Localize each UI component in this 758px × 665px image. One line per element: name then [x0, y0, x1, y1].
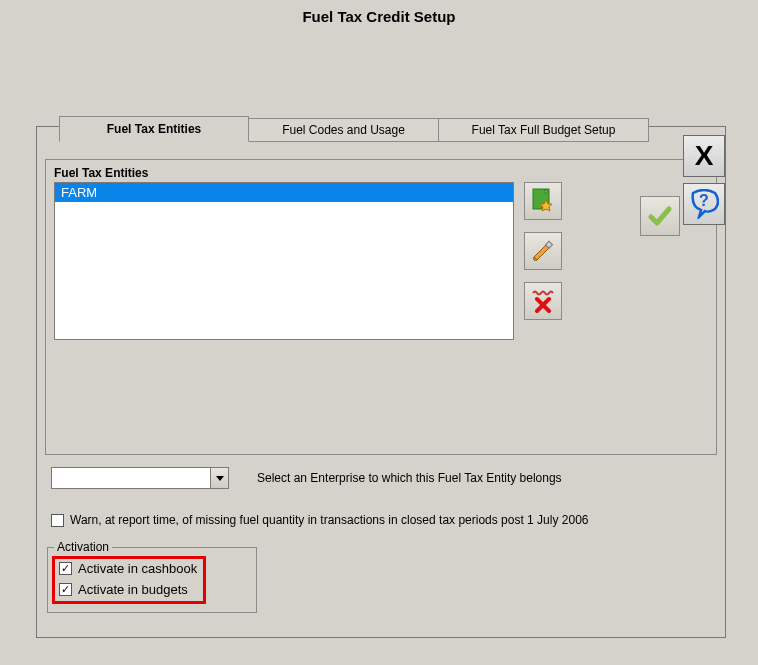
combobox-dropdown-btn[interactable] [210, 468, 228, 488]
delete-entity-button[interactable] [524, 282, 562, 320]
add-entity-button[interactable] [524, 182, 562, 220]
main-panel: Fuel Tax Entities Fuel Codes and Usage F… [36, 126, 726, 638]
add-page-icon [532, 188, 554, 214]
svg-text:?: ? [699, 192, 709, 209]
list-item[interactable]: FARM [55, 183, 513, 202]
enterprise-hint: Select an Enterprise to which this Fuel … [257, 471, 562, 485]
tab-label: Fuel Codes and Usage [282, 123, 405, 137]
enterprise-combobox[interactable] [51, 467, 229, 489]
entities-panel: Fuel Tax Entities FARM [45, 159, 717, 455]
edit-entity-button[interactable] [524, 232, 562, 270]
tab-label: Fuel Tax Full Budget Setup [472, 123, 616, 137]
enterprise-row: Select an Enterprise to which this Fuel … [51, 467, 562, 489]
activate-cashbook-checkbox[interactable] [59, 562, 72, 575]
tab-row: Fuel Tax Entities Fuel Codes and Usage F… [59, 118, 649, 144]
close-button[interactable]: X [683, 135, 725, 177]
page-title: Fuel Tax Credit Setup [0, 0, 758, 25]
entities-heading: Fuel Tax Entities [54, 166, 148, 180]
tab-label: Fuel Tax Entities [107, 122, 201, 136]
tab-fuel-tax-full-budget-setup[interactable]: Fuel Tax Full Budget Setup [439, 118, 649, 142]
warn-checkbox[interactable] [51, 514, 64, 527]
activation-legend: Activation [54, 540, 112, 554]
pencil-icon [531, 239, 555, 263]
activate-cashbook-label: Activate in cashbook [78, 561, 197, 576]
activation-fieldset: Activation Activate in cashbook Activate… [47, 547, 257, 613]
delete-x-icon [531, 289, 555, 313]
activate-budgets-checkbox[interactable] [59, 583, 72, 596]
chevron-down-icon [215, 473, 225, 483]
activation-highlight: Activate in cashbook Activate in budgets [52, 556, 206, 604]
check-icon [647, 203, 673, 229]
warn-label: Warn, at report time, of missing fuel qu… [70, 513, 588, 527]
activate-budgets-label: Activate in budgets [78, 582, 188, 597]
entity-action-buttons [524, 182, 562, 320]
tab-fuel-codes-usage[interactable]: Fuel Codes and Usage [249, 118, 439, 142]
tab-fuel-tax-entities[interactable]: Fuel Tax Entities [59, 116, 249, 142]
ok-button[interactable] [640, 196, 680, 236]
entities-listbox[interactable]: FARM [54, 182, 514, 340]
warn-row: Warn, at report time, of missing fuel qu… [51, 513, 588, 527]
close-icon: X [695, 140, 714, 172]
svg-marker-9 [216, 476, 224, 481]
help-button[interactable]: ? [683, 183, 725, 225]
help-icon: ? [689, 189, 719, 219]
